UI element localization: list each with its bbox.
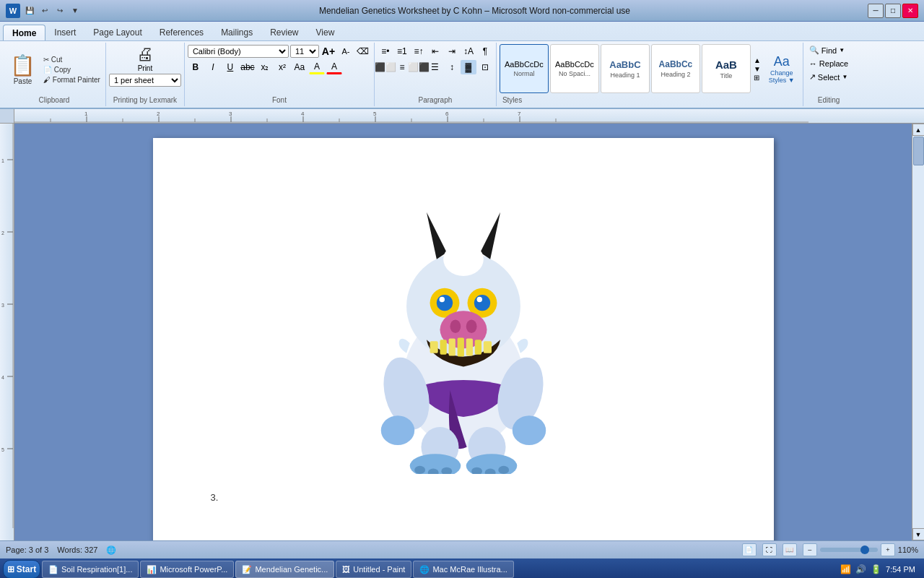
show-marks-button[interactable]: ¶ [477, 44, 493, 59]
font-family-select[interactable]: Calibri (Body) Arial Times New Roman [188, 45, 289, 58]
paste-label: Paste [14, 77, 32, 85]
shading-button[interactable]: ▓ [461, 60, 476, 74]
bullets-button[interactable]: ≡• [378, 44, 393, 59]
maximize-btn[interactable]: □ [885, 4, 901, 18]
taskbar-btn-soil[interactable]: 📄 Soil Respiration[1]... [42, 561, 139, 578]
border-button[interactable]: ⊡ [477, 60, 493, 74]
sort-button[interactable]: ↕A [461, 44, 476, 59]
grow-font-button[interactable]: A+ [321, 44, 336, 59]
multilevel-button[interactable]: ≡↑ [411, 44, 427, 59]
monster-svg [362, 192, 565, 474]
justify-button[interactable]: ☰ [427, 60, 443, 74]
zoom-slider[interactable] [820, 548, 878, 552]
shrink-font-button[interactable]: A- [338, 44, 354, 59]
redo-quick-btn[interactable]: ↪ [53, 4, 66, 17]
font-content: Calibri (Body) Arial Times New Roman 11 … [188, 44, 371, 95]
main-area: 1 2 3 4 5 [0, 124, 924, 540]
copy-button[interactable]: 📄 Copy [41, 65, 103, 74]
zoom-in-btn[interactable]: + [881, 543, 895, 556]
underline-button[interactable]: U [222, 60, 238, 74]
tab-view[interactable]: View [308, 25, 344, 40]
subscript-button[interactable]: x₂ [257, 60, 273, 74]
align-left-button[interactable]: ⬛⬜ [378, 60, 393, 74]
cut-button[interactable]: ✂ Cut [41, 55, 103, 64]
tab-references[interactable]: References [151, 25, 212, 40]
font-row-2: B I U abc x₂ x² Aa A A [188, 60, 342, 74]
vertical-scrollbar[interactable]: ▲ ▼ [912, 124, 924, 540]
zoom-out-btn[interactable]: – [803, 543, 817, 556]
paste-button[interactable]: 📋 Paste [6, 52, 40, 87]
highlight-button[interactable]: A [309, 60, 325, 74]
document[interactable]: 3. [153, 138, 774, 540]
style-title[interactable]: AaB Title [702, 44, 751, 93]
italic-button[interactable]: I [205, 60, 221, 74]
numbering-button[interactable]: ≡1 [394, 44, 410, 59]
svg-rect-48 [430, 341, 437, 353]
taskbar-btn-browser[interactable]: 🌐 Mac McRae Illustra... [413, 561, 513, 578]
powerpoint-label: Microsoft PowerP... [160, 565, 227, 574]
scroll-track[interactable] [912, 136, 924, 528]
tab-mailings[interactable]: Mailings [212, 25, 261, 40]
tab-insert[interactable]: Insert [45, 25, 84, 40]
document-area[interactable]: 3. [14, 124, 912, 540]
view-reading-btn[interactable]: 📖 [783, 543, 797, 556]
bold-button[interactable]: B [188, 60, 204, 74]
tab-home[interactable]: Home [3, 25, 45, 40]
clear-format-button[interactable]: ⌫ [355, 44, 371, 59]
taskbar-btn-mendelian[interactable]: 📝 Mendelian Genetic... [235, 561, 334, 578]
zoom-thumb[interactable] [860, 545, 869, 554]
line-spacing-button[interactable]: ↕ [444, 60, 460, 74]
change-case-button[interactable]: Aa [292, 60, 308, 74]
replace-icon: ↔ [809, 59, 817, 68]
ruler-corner [0, 109, 14, 124]
superscript-button[interactable]: x² [274, 60, 290, 74]
svg-text:4: 4 [1, 375, 4, 380]
tab-review[interactable]: Review [261, 25, 307, 40]
font-color-button[interactable]: A [326, 60, 342, 74]
scroll-up-button[interactable]: ▲ [912, 124, 925, 136]
per-sheet-select[interactable]: 1 per sheet 2 per sheet 4 per sheet [109, 74, 181, 87]
align-right-button[interactable]: ⬜⬛ [411, 60, 427, 74]
increase-indent-button[interactable]: ⇥ [444, 44, 460, 59]
scroll-down-button[interactable]: ▼ [912, 528, 925, 540]
style-no-spacing[interactable]: AaBbCcDc No Spaci... [550, 44, 599, 93]
select-label: Select [818, 73, 840, 82]
styles-scroll-more[interactable]: ⊞ [754, 74, 761, 82]
style-normal[interactable]: AaBbCcDc Normal [500, 44, 549, 93]
view-normal-btn[interactable]: 📄 [742, 543, 757, 556]
document-image [362, 181, 565, 485]
print-group-label: Printing by Lexmark [113, 95, 177, 105]
print-button[interactable]: 🖨 Print [136, 44, 154, 72]
view-fullscreen-btn[interactable]: ⛶ [762, 543, 777, 556]
close-btn[interactable]: ✕ [902, 4, 918, 18]
minimize-btn[interactable]: ─ [868, 4, 884, 18]
style-heading2[interactable]: AaBbCc Heading 2 [651, 44, 700, 93]
scroll-thumb[interactable] [913, 137, 924, 165]
find-button[interactable]: 🔍 Find ▼ [806, 44, 847, 56]
styles-label: Styles [500, 95, 522, 105]
svg-point-47 [466, 319, 476, 333]
font-size-select[interactable]: 11 10 12 14 [290, 45, 319, 58]
decrease-indent-button[interactable]: ⇤ [427, 44, 443, 59]
styles-scroll-down[interactable]: ▼ [754, 65, 761, 73]
ribbon: Home Insert Page Layout References Maili… [0, 22, 924, 109]
qaccess-dropdown[interactable]: ▼ [69, 4, 82, 17]
styles-scroll-up[interactable]: ▲ [754, 56, 761, 64]
editing-label: Editing [818, 95, 840, 105]
strikethrough-button[interactable]: abc [240, 60, 256, 74]
tab-page-layout[interactable]: Page Layout [84, 25, 150, 40]
undo-quick-btn[interactable]: ↩ [38, 4, 51, 17]
format-painter-button[interactable]: 🖌 Format Painter [41, 75, 103, 85]
replace-button[interactable]: ↔ Replace [806, 58, 851, 69]
start-button[interactable]: ⊞ Start [3, 560, 40, 578]
change-styles-button[interactable]: Aa ChangeStyles ▼ [764, 53, 800, 85]
taskbar-btn-powerpoint[interactable]: 📊 Microsoft PowerP... [140, 561, 234, 578]
taskbar-btn-paint[interactable]: 🖼 Untitled - Paint [336, 561, 411, 578]
style-heading1[interactable]: AaBbC Heading 1 [601, 44, 650, 93]
group-font: Calibri (Body) Arial Times New Roman 11 … [185, 43, 375, 106]
save-quick-btn[interactable]: 💾 [23, 4, 36, 17]
horizontal-ruler: 1 2 3 4 5 6 7 [14, 109, 924, 124]
svg-marker-37 [480, 212, 500, 259]
svg-rect-49 [440, 340, 446, 354]
select-button[interactable]: ↗ Select ▼ [806, 71, 851, 83]
